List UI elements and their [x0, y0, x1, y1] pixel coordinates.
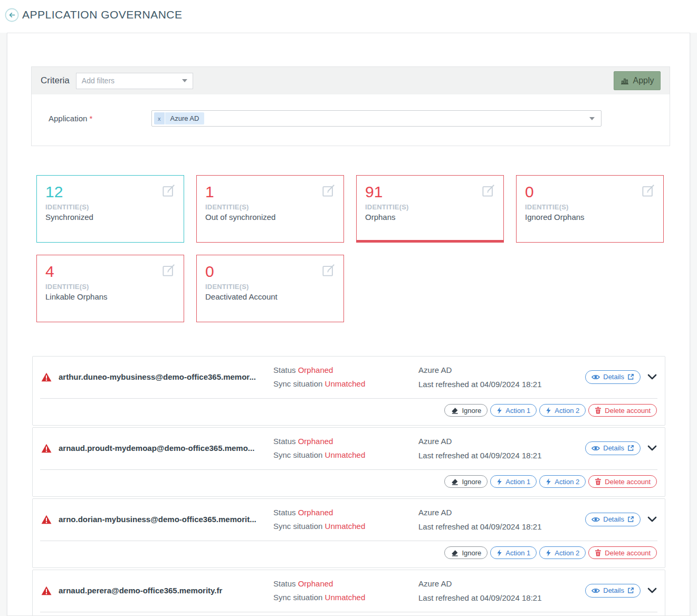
delete-account-button[interactable]: Delete account: [588, 404, 657, 417]
identities-label: IDENTITIE(S): [365, 203, 495, 211]
delete-label: Delete account: [605, 407, 651, 415]
stat-card-out-of-synchronized[interactable]: 1 IDENTITIE(S) Out of synchronized: [196, 175, 344, 243]
stat-card-synchronized[interactable]: 12 IDENTITIE(S) Synchronized: [36, 175, 184, 243]
lightning-icon: [497, 407, 502, 415]
application-column: Azure AD Last refreshed at 04/09/2024 18…: [418, 505, 585, 534]
row-controls: Details: [585, 441, 657, 455]
status-value: Orphaned: [298, 579, 333, 588]
account-email: arnaud.proudt-mydemoap@demo-office365.me…: [59, 444, 273, 453]
last-refreshed: Last refreshed at 04/09/2024 18:21: [418, 522, 542, 531]
edit-icon[interactable]: [161, 262, 177, 278]
application-name: Azure AD: [418, 508, 452, 517]
ignore-label: Ignore: [462, 549, 481, 557]
sync-value: Unmatched: [325, 450, 366, 459]
ignore-button[interactable]: Ignore: [444, 404, 488, 417]
remove-tag-button[interactable]: x: [154, 112, 165, 124]
action1-button[interactable]: Action 1: [490, 404, 537, 417]
add-filters-placeholder: Add filters: [82, 76, 114, 85]
sync-label: Sync situation: [273, 522, 322, 531]
details-button[interactable]: Details: [585, 584, 641, 598]
details-button[interactable]: Details: [585, 370, 641, 384]
lightning-icon: [546, 407, 551, 415]
action1-button[interactable]: Action 1: [490, 475, 537, 488]
eye-icon: [591, 588, 600, 594]
status-value: Orphaned: [298, 365, 333, 374]
status-column: Status Orphaned Sync situation Unmatched: [273, 435, 418, 462]
account-row: arno.dorian-mybusiness@demo-office365.me…: [32, 498, 665, 568]
identities-label: IDENTITIE(S): [45, 203, 175, 211]
eye-icon: [591, 516, 600, 523]
trash-icon: [595, 478, 601, 485]
status-value: Orphaned: [298, 437, 333, 446]
edit-icon[interactable]: [641, 182, 656, 198]
details-label: Details: [603, 586, 624, 594]
action1-button[interactable]: Action 1: [490, 546, 537, 559]
back-button[interactable]: [5, 8, 19, 22]
edit-icon[interactable]: [321, 182, 337, 198]
action2-label: Action 2: [555, 407, 579, 415]
account-row-main: arthur.duneo-mybusiness@demo-office365.m…: [33, 357, 665, 395]
delete-account-button[interactable]: Delete account: [588, 546, 657, 559]
application-column: Azure AD Last refreshed at 04/09/2024 18…: [418, 576, 585, 605]
trash-icon: [595, 549, 601, 556]
application-name: Azure AD: [418, 437, 452, 446]
status-label: Status: [273, 365, 296, 374]
account-row-main: arno.dorian-mybusiness@demo-office365.me…: [33, 499, 665, 537]
action1-label: Action 1: [505, 549, 530, 557]
action2-label: Action 2: [555, 549, 579, 557]
sync-value: Unmatched: [325, 593, 366, 602]
application-name: Azure AD: [418, 579, 452, 588]
row-controls: Details: [585, 370, 657, 384]
ignore-button[interactable]: Ignore: [444, 546, 488, 559]
status-label: Status: [273, 437, 296, 446]
sync-label: Sync situation: [273, 379, 322, 388]
chevron-down-icon: [647, 445, 657, 451]
account-email: arnaud.perera@demo-office365.memority.fr: [59, 586, 273, 595]
delete-account-button[interactable]: Delete account: [588, 475, 657, 488]
details-button[interactable]: Details: [585, 513, 641, 526]
identities-label: IDENTITIE(S): [205, 203, 335, 211]
sync-label: Sync situation: [273, 450, 322, 459]
stat-label: Ignored Orphans: [525, 213, 655, 222]
expand-row-button[interactable]: [647, 588, 657, 593]
status-label: Status: [273, 579, 296, 588]
lightning-icon: [546, 478, 551, 486]
lightning-icon: [497, 549, 502, 557]
expand-row-button[interactable]: [647, 374, 657, 380]
account-row-main: arnaud.proudt-mydemoap@demo-office365.me…: [33, 428, 665, 466]
external-link-icon: [627, 445, 634, 451]
account-email: arthur.duneo-mybusiness@demo-office365.m…: [59, 372, 273, 381]
expand-row-button[interactable]: [647, 516, 657, 522]
application-name: Azure AD: [418, 365, 452, 374]
external-link-icon: [627, 516, 634, 523]
action2-button[interactable]: Action 2: [539, 404, 586, 417]
warning-icon: [41, 372, 52, 382]
criteria-label: Criteria: [41, 75, 70, 86]
add-filters-select[interactable]: Add filters: [76, 73, 193, 89]
stat-card-orphans[interactable]: 91 IDENTITIE(S) Orphans: [356, 175, 504, 243]
edit-icon[interactable]: [161, 182, 177, 198]
action1-label: Action 1: [505, 407, 530, 415]
action2-button[interactable]: Action 2: [539, 546, 586, 559]
account-row: arnaud.proudt-mydemoap@demo-office365.me…: [32, 427, 665, 497]
criteria-box: Criteria Add filters Apply Application *: [31, 66, 670, 146]
ignore-button[interactable]: Ignore: [444, 475, 488, 488]
details-label: Details: [603, 444, 624, 452]
details-label: Details: [603, 373, 624, 381]
application-select[interactable]: x Azure AD: [151, 110, 601, 127]
expand-row-button[interactable]: [647, 445, 657, 451]
account-email: arno.dorian-mybusiness@demo-office365.me…: [59, 515, 273, 524]
details-button[interactable]: Details: [585, 441, 641, 455]
application-label: Application *: [49, 114, 151, 123]
action2-button[interactable]: Action 2: [539, 475, 586, 488]
edit-icon[interactable]: [321, 262, 337, 278]
apply-button[interactable]: Apply: [614, 71, 661, 90]
apply-label: Apply: [633, 76, 654, 85]
stat-card-deactivated-account[interactable]: 0 IDENTITIE(S) Deactivated Account: [196, 255, 344, 322]
eye-icon: [591, 445, 600, 451]
edit-icon[interactable]: [481, 182, 497, 198]
stat-label: Out of synchronized: [205, 213, 335, 222]
eye-icon: [591, 374, 600, 380]
stat-card-linkable-orphans[interactable]: 4 IDENTITIE(S) Linkable Orphans: [36, 255, 184, 322]
stat-card-ignored-orphans[interactable]: 0 IDENTITIE(S) Ignored Orphans: [516, 175, 664, 243]
